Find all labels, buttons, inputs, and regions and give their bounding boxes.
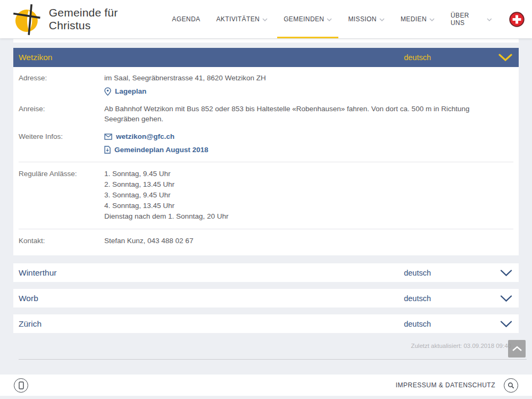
main-nav: AGENDA AKTIVITÄTEN GEMEINDEN MISSION MED…	[162, 0, 498, 38]
detail-label: Reguläre Anlässe:	[19, 169, 104, 222]
previous-card-sliver	[13, 39, 519, 43]
nav-item-gemeinden[interactable]: GEMEINDEN	[277, 0, 338, 38]
accordion-header-zuerich[interactable]: Zürich deutsch	[13, 314, 519, 333]
search-icon	[508, 382, 514, 389]
chevron-up-icon	[512, 346, 522, 352]
event-item: 1. Sonntag, 9.45 Uhr	[104, 169, 477, 179]
event-item: 4. Sonntag, 13.45 Uhr	[104, 201, 477, 211]
chevron-down-icon	[500, 269, 512, 276]
lageplan-link[interactable]: Lageplan	[104, 86, 477, 96]
detail-row-adresse: Adresse: im Saal, Seegräbnerstrasse 41, …	[19, 73, 513, 96]
accordion-language: deutsch	[404, 320, 431, 328]
site-header: Gemeinde für Christus AGENDA AKTIVITÄTEN…	[0, 0, 532, 38]
nav-item-agenda[interactable]: AGENDA	[165, 0, 206, 38]
footer-bar: IMPRESSUM & DATENSCHUTZ	[0, 375, 532, 396]
scroll-to-top-button[interactable]	[508, 340, 526, 358]
chevron-down-icon	[379, 18, 385, 21]
mobile-view-button[interactable]	[14, 378, 28, 393]
map-pin-icon	[104, 87, 111, 96]
detail-row-kontakt: Kontakt: Stefan Kunz, 043 488 02 67	[19, 236, 513, 246]
nav-item-ueber-uns[interactable]: ÜBER UNS	[444, 0, 498, 38]
panel-divider	[19, 162, 513, 162]
accordion-title: Zürich	[19, 319, 41, 329]
event-item: 2. Sonntag, 13.45 Uhr	[104, 179, 477, 190]
accordion-header-worb[interactable]: Worb deutsch	[13, 289, 519, 307]
accordion-header-winterthur[interactable]: Winterthur deutsch	[13, 263, 519, 282]
email-link[interactable]: wetzikon@gfc.ch	[104, 131, 477, 142]
email-icon	[104, 134, 112, 140]
accordion-title: Wetzikon	[19, 53, 52, 62]
accordion-header-wetzikon[interactable]: Wetzikon deutsch	[13, 48, 519, 67]
detail-row-weitere-infos: Weitere Infos: wetzikon@gfc.ch Gemeindep…	[19, 131, 513, 155]
brand-name: Gemeinde für Christus	[49, 6, 163, 32]
address-value: im Saal, Seegräbnerstrasse 41, 8620 Wetz…	[104, 73, 477, 83]
accordion-language: deutsch	[404, 294, 431, 303]
detail-row-anreise: Anreise: Ab Bahnhof Wetzikon mit Bus 852…	[19, 104, 513, 124]
last-updated-text: Zuletzt aktualisiert: 03.09.2018 09:40	[411, 343, 511, 349]
nav-item-medien[interactable]: MEDIEN	[394, 0, 441, 38]
accordion-title: Worb	[19, 294, 38, 303]
search-button[interactable]	[504, 378, 518, 393]
contact-value: Stefan Kunz, 043 488 02 67	[104, 236, 477, 246]
anreise-value: Ab Bahnhof Wetzikon mit Bus 852 oder 853…	[104, 104, 477, 124]
nav-item-aktivitaeten[interactable]: AKTIVITÄTEN	[210, 0, 274, 38]
chevron-down-icon	[429, 18, 435, 21]
chevron-down-icon	[498, 54, 512, 61]
chevron-down-icon	[500, 320, 512, 327]
detail-label: Anreise:	[19, 104, 104, 124]
panel-divider	[19, 229, 513, 229]
brand[interactable]: Gemeinde für Christus	[13, 2, 162, 36]
language-selector[interactable]	[509, 12, 525, 27]
event-item: 3. Sonntag, 9.45 Uhr	[104, 190, 477, 201]
detail-label: Adresse:	[19, 73, 104, 96]
accordion-panel-wetzikon: Adresse: im Saal, Seegräbnerstrasse 41, …	[13, 67, 519, 255]
content-bottom-divider	[19, 359, 527, 360]
meta-row: Zuletzt aktualisiert: 03.09.2018 09:40	[13, 342, 519, 371]
detail-row-anlaesse: Reguläre Anlässe: 1. Sonntag, 9.45 Uhr 2…	[19, 169, 513, 222]
phone-icon	[19, 381, 24, 389]
gfc-logo-icon	[13, 3, 43, 36]
accordion-language: deutsch	[404, 53, 431, 62]
detail-label: Weitere Infos:	[19, 131, 104, 155]
gemeindeplan-link[interactable]: Gemeindeplan August 2018	[104, 145, 477, 155]
chevron-down-icon	[500, 295, 512, 302]
document-download-icon	[104, 146, 111, 154]
accordion-language: deutsch	[404, 269, 431, 277]
accordion-title: Winterthur	[19, 268, 57, 278]
detail-label: Kontakt:	[19, 236, 104, 246]
nav-item-mission[interactable]: MISSION	[342, 0, 390, 38]
impressum-link[interactable]: IMPRESSUM & DATENSCHUTZ	[396, 381, 495, 389]
chevron-down-icon	[487, 18, 492, 21]
accordion-list: Wetzikon deutsch Adresse: im Saal, Seegr…	[13, 48, 519, 371]
chevron-down-icon	[327, 18, 332, 21]
swiss-flag-icon	[509, 12, 525, 27]
event-item: Dienstag nach dem 1. Sonntag, 20 Uhr	[104, 211, 477, 222]
chevron-down-icon	[262, 18, 268, 21]
